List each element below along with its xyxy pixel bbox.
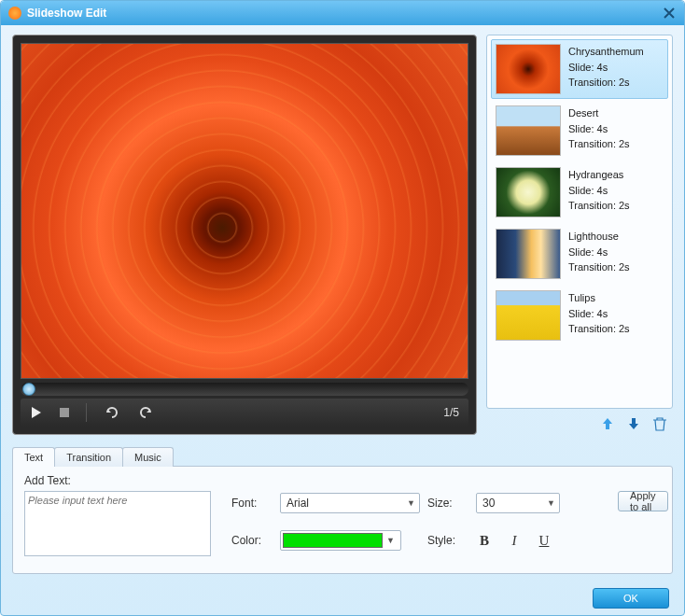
move-up-button[interactable] xyxy=(600,416,615,431)
slide-name: Hydrangeas xyxy=(568,167,630,183)
rotate-ccw-button[interactable] xyxy=(104,406,120,419)
chevron-down-icon: ▼ xyxy=(547,498,555,508)
slide-counter: 1/5 xyxy=(443,406,459,419)
slides-panel: ChrysanthemumSlide: 4sTransition: 2sDese… xyxy=(486,35,673,435)
preview-image xyxy=(21,43,468,379)
slides-list[interactable]: ChrysanthemumSlide: 4sTransition: 2sDese… xyxy=(486,35,673,409)
play-icon xyxy=(30,406,43,419)
close-button[interactable] xyxy=(662,6,677,21)
slide-transition: Transition: 2s xyxy=(568,198,630,214)
slide-name: Tulips xyxy=(568,290,630,306)
app-icon xyxy=(8,7,21,20)
slide-duration: Slide: 4s xyxy=(568,245,630,260)
preview-panel: 1/5 xyxy=(12,35,477,435)
slide-item[interactable]: LighthouseSlide: 4sTransition: 2s xyxy=(491,224,668,284)
slide-duration: Slide: 4s xyxy=(568,60,644,76)
color-select[interactable]: ▼ xyxy=(280,530,401,551)
slide-thumbnail xyxy=(496,229,561,279)
add-text-input[interactable] xyxy=(24,491,211,556)
slideshow-edit-window: Slideshow Edit xyxy=(0,0,685,616)
stop-icon xyxy=(60,408,69,417)
slide-item[interactable]: ChrysanthemumSlide: 4sTransition: 2s xyxy=(491,39,668,99)
style-label: Style: xyxy=(427,534,468,547)
rotate-ccw-icon xyxy=(104,406,120,419)
size-label: Size: xyxy=(427,497,468,510)
slides-actions xyxy=(486,409,673,435)
content-area: 1/5 ChrysanthemumSlide: 4sTransition: 2s… xyxy=(1,25,684,581)
slide-meta: HydrangeasSlide: 4sTransition: 2s xyxy=(568,167,630,217)
trash-icon xyxy=(652,416,667,431)
underline-button[interactable]: U xyxy=(536,533,552,549)
bold-button[interactable]: B xyxy=(476,533,493,549)
tab-body-text: Add Text: Font: Arial ▼ Size: 30 ▼ xyxy=(12,466,673,574)
tab-music[interactable]: Music xyxy=(122,447,174,467)
slide-transition: Transition: 2s xyxy=(568,75,644,91)
font-value: Arial xyxy=(287,497,309,510)
font-label: Font: xyxy=(231,497,273,510)
slide-thumbnail xyxy=(496,105,561,156)
slide-transition: Transition: 2s xyxy=(568,259,630,275)
ok-button[interactable]: OK xyxy=(593,588,669,609)
slide-item[interactable]: TulipsSlide: 4sTransition: 2s xyxy=(491,286,668,345)
stop-button[interactable] xyxy=(60,408,69,417)
size-value: 30 xyxy=(482,497,495,510)
size-select[interactable]: 30 ▼ xyxy=(476,493,560,513)
chevron-down-icon: ▼ xyxy=(407,498,415,508)
slide-name: Desert xyxy=(568,105,630,121)
slide-duration: Slide: 4s xyxy=(568,183,630,199)
move-down-button[interactable] xyxy=(626,416,641,431)
italic-button[interactable]: I xyxy=(506,533,523,549)
preview-frame: 1/5 xyxy=(12,35,477,435)
close-icon xyxy=(664,7,675,19)
slide-name: Chrysanthemum xyxy=(568,44,644,60)
play-button[interactable] xyxy=(30,406,43,419)
slide-thumbnail xyxy=(496,290,561,341)
apply-to-all-button[interactable]: Apply to all xyxy=(618,491,668,511)
slide-item[interactable]: HydrangeasSlide: 4sTransition: 2s xyxy=(491,162,668,222)
add-text-label: Add Text: xyxy=(24,474,211,487)
slide-meta: LighthouseSlide: 4sTransition: 2s xyxy=(568,229,630,279)
seek-thumb[interactable] xyxy=(22,383,35,396)
slide-thumbnail xyxy=(496,167,561,217)
arrow-down-icon xyxy=(626,416,641,431)
rotate-cw-button[interactable] xyxy=(137,406,154,419)
slide-transition: Transition: 2s xyxy=(568,136,630,152)
tabs: Text Transition Music xyxy=(12,444,673,467)
playback-controls: 1/5 xyxy=(21,399,468,427)
color-swatch xyxy=(283,533,383,548)
slide-thumbnail xyxy=(496,44,561,94)
titlebar: Slideshow Edit xyxy=(1,1,684,25)
slide-meta: ChrysanthemumSlide: 4sTransition: 2s xyxy=(568,44,644,94)
footer: OK xyxy=(1,581,684,615)
rotate-cw-icon xyxy=(137,406,154,419)
color-label: Color: xyxy=(231,534,273,547)
delete-button[interactable] xyxy=(652,416,667,431)
slide-meta: DesertSlide: 4sTransition: 2s xyxy=(568,105,630,156)
chevron-down-icon: ▼ xyxy=(383,536,398,545)
slide-duration: Slide: 4s xyxy=(568,121,630,137)
svg-rect-0 xyxy=(60,408,69,417)
arrow-up-icon xyxy=(600,416,615,431)
slide-transition: Transition: 2s xyxy=(568,321,630,337)
seek-slider[interactable] xyxy=(21,383,468,396)
font-select[interactable]: Arial ▼ xyxy=(280,493,420,513)
window-title: Slideshow Edit xyxy=(27,7,106,20)
slide-duration: Slide: 4s xyxy=(568,306,630,322)
slide-name: Lighthouse xyxy=(568,229,630,245)
slide-item[interactable]: DesertSlide: 4sTransition: 2s xyxy=(491,101,668,161)
slide-meta: TulipsSlide: 4sTransition: 2s xyxy=(568,290,630,341)
tab-transition[interactable]: Transition xyxy=(54,447,123,467)
tab-text[interactable]: Text xyxy=(12,447,55,467)
